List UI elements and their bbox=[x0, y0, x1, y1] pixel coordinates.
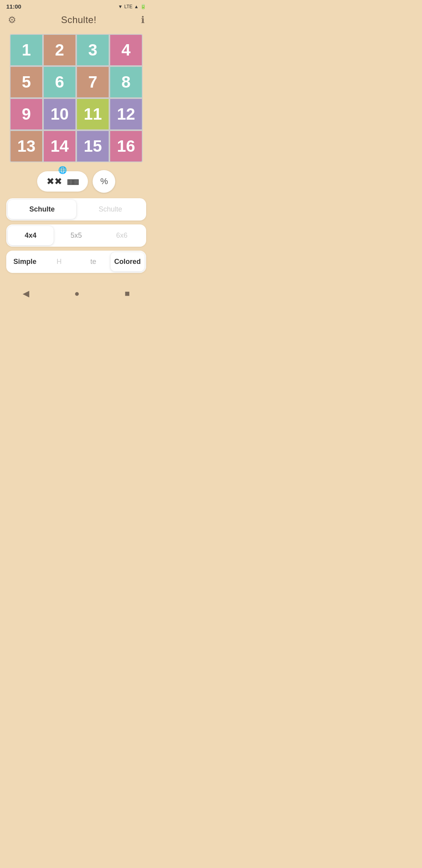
globe-pill-group: 🌐 ✖✖ ▦▦ bbox=[37, 171, 88, 192]
schulte-grid-container: 12345678910111213141516 bbox=[10, 34, 143, 162]
size-option-5x5[interactable]: 5x5 bbox=[54, 226, 99, 245]
info-icon[interactable]: ℹ bbox=[141, 14, 145, 25]
grid-cell-8[interactable]: 8 bbox=[110, 67, 142, 97]
style-option-simple[interactable]: Simple bbox=[8, 252, 42, 271]
stop-button[interactable]: ■ bbox=[125, 289, 130, 299]
grid-cell-10[interactable]: 10 bbox=[44, 99, 75, 129]
controls-area: 🌐 ✖✖ ▦▦ % Schulte Schulte 4x4 5x5 6x6 Si… bbox=[0, 170, 152, 279]
style-selector[interactable]: Simple H te Colored bbox=[6, 251, 146, 273]
schulte-grid: 12345678910111213141516 bbox=[10, 34, 143, 162]
signal-icon: ▲ bbox=[134, 4, 139, 9]
grid-cell-4[interactable]: 4 bbox=[110, 35, 142, 65]
grid-cell-5[interactable]: 5 bbox=[11, 67, 42, 97]
back-button[interactable]: ◀ bbox=[23, 289, 29, 299]
style-option-te[interactable]: te bbox=[76, 252, 111, 271]
settings-icon[interactable]: ⚙ bbox=[8, 14, 16, 25]
grid-cell-11[interactable]: 11 bbox=[77, 99, 109, 129]
grid-cell-12[interactable]: 12 bbox=[110, 99, 142, 129]
style-option-colored[interactable]: Colored bbox=[111, 252, 145, 271]
grid-cell-9[interactable]: 9 bbox=[11, 99, 42, 129]
percent-button[interactable]: % bbox=[93, 170, 115, 193]
grid-cell-7[interactable]: 7 bbox=[77, 67, 109, 97]
mode-option-schulte2[interactable]: Schulte bbox=[76, 200, 145, 219]
mode-selector[interactable]: Schulte Schulte bbox=[6, 198, 146, 221]
mode-option-schulte[interactable]: Schulte bbox=[8, 200, 76, 219]
lte-label: LTE bbox=[124, 4, 132, 9]
wifi-icon: ▼ bbox=[118, 4, 123, 9]
status-bar: 11:00 ▼ LTE ▲ 🔋 bbox=[0, 0, 152, 11]
action-row: 🌐 ✖✖ ▦▦ % bbox=[37, 170, 116, 193]
size-selector[interactable]: 4x4 5x5 6x6 bbox=[6, 224, 146, 247]
status-time: 11:00 bbox=[6, 3, 21, 10]
style-option-h[interactable]: H bbox=[42, 252, 77, 271]
grid-cell-14[interactable]: 14 bbox=[44, 131, 75, 161]
percent-icon: % bbox=[100, 176, 108, 187]
status-icons: ▼ LTE ▲ 🔋 bbox=[118, 4, 146, 9]
grid-cell-16[interactable]: 16 bbox=[110, 131, 142, 161]
app-title: Schulte! bbox=[61, 14, 97, 25]
battery-icon: 🔋 bbox=[140, 4, 146, 9]
size-option-4x4[interactable]: 4x4 bbox=[8, 226, 54, 245]
home-button[interactable]: ● bbox=[74, 289, 79, 299]
size-option-6x6[interactable]: 6x6 bbox=[99, 226, 145, 245]
globe-icon: 🌐 bbox=[58, 166, 67, 174]
grid-cell-15[interactable]: 15 bbox=[77, 131, 109, 161]
grid-cell-2[interactable]: 2 bbox=[44, 35, 75, 65]
cross-icon[interactable]: ✖✖ bbox=[46, 176, 62, 187]
navigation-bar: ◀ ● ■ bbox=[0, 282, 152, 302]
grid-cell-13[interactable]: 13 bbox=[11, 131, 42, 161]
grid-cell-3[interactable]: 3 bbox=[77, 35, 109, 65]
qr-icon[interactable]: ▦▦ bbox=[68, 176, 79, 187]
grid-cell-1[interactable]: 1 bbox=[11, 35, 42, 65]
grid-cell-6[interactable]: 6 bbox=[44, 67, 75, 97]
app-header: ⚙ Schulte! ℹ bbox=[0, 11, 152, 30]
